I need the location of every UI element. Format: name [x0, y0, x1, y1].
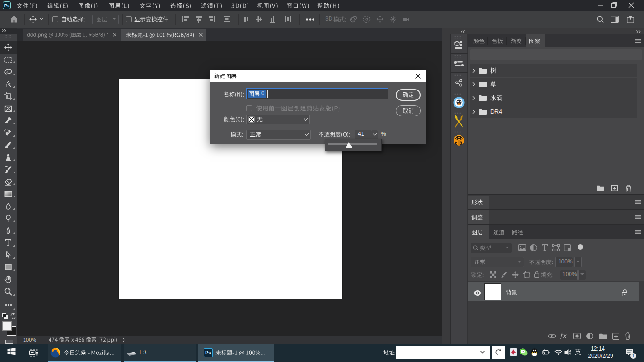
- svg-text:1: 1: [632, 354, 634, 358]
